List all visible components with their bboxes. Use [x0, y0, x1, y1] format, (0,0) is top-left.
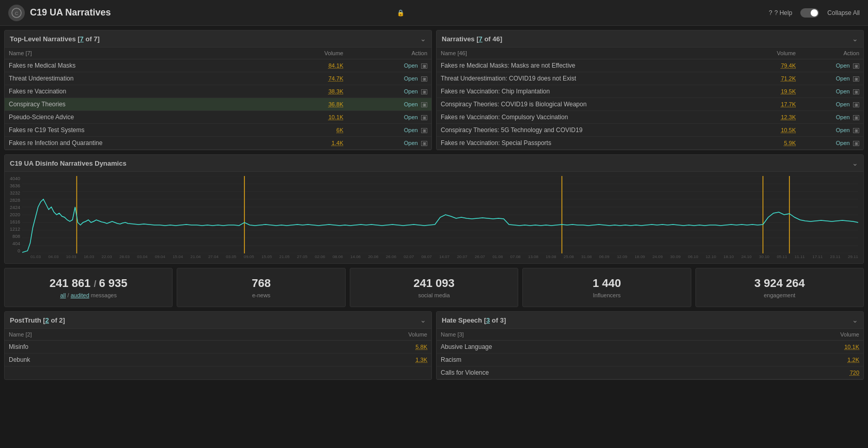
chart-chevron[interactable]: ⌄: [852, 159, 858, 167]
open-button[interactable]: Open: [404, 88, 418, 94]
open-button[interactable]: Open: [404, 140, 418, 146]
row-volume: 1.4K: [275, 137, 348, 150]
row-name: Fakes re Vaccination: Compulsory Vaccina…: [437, 111, 746, 124]
hs-col-name: Name [3]: [437, 329, 730, 341]
posttruth-chevron[interactable]: ⌄: [420, 316, 426, 324]
open-icon[interactable]: ⊞: [853, 89, 859, 94]
row-action: Open ⊞: [800, 85, 863, 98]
stat-engagement-label: engagement: [704, 292, 855, 298]
y-axis-label: 4040: [10, 176, 20, 181]
chart-header: C19 UA Disinfo Narratives Dynamics ⌄: [5, 155, 863, 172]
open-icon[interactable]: ⊞: [421, 115, 427, 120]
open-button[interactable]: Open: [404, 75, 418, 82]
all-link[interactable]: all: [60, 292, 66, 298]
open-button[interactable]: Open: [404, 114, 418, 120]
table-row[interactable]: Fakes re Medical Masks: Masks are not Ef…: [437, 59, 863, 72]
open-button[interactable]: Open: [404, 127, 418, 133]
open-icon[interactable]: ⊞: [853, 63, 859, 69]
table-row[interactable]: Racism 1.2K: [437, 354, 863, 366]
row-name: Calls for Violence: [437, 366, 730, 379]
narratives-table: Name [46] Volume Action Fakes re Medical…: [437, 47, 863, 150]
row-volume: 84.1K: [275, 59, 348, 72]
table-row[interactable]: Conspiracy Theories 36.8K Open ⊞: [5, 98, 431, 111]
narr-col-action-header: Action: [800, 47, 863, 59]
table-row[interactable]: Fakes re Vaccination 38.3K Open ⊞: [5, 85, 431, 98]
table-row[interactable]: Fakes re Vaccination: Special Passports …: [437, 137, 863, 150]
row-volume: 1.3K: [233, 354, 431, 366]
table-row[interactable]: Threat Underestimation 74.7K Open ⊞: [5, 72, 431, 85]
open-button[interactable]: Open: [836, 75, 850, 82]
row-name: Fakes re Infection and Quarantine: [5, 137, 275, 150]
audited-link[interactable]: audited: [71, 292, 89, 298]
table-row[interactable]: Fakes re Vaccination: Chip Implantation …: [437, 85, 863, 98]
stat-enews-value: 768: [185, 277, 336, 290]
stat-influencers: 1 440 Influencers: [522, 268, 691, 307]
hatespeech-chevron[interactable]: ⌄: [852, 316, 858, 324]
row-volume: 720: [730, 366, 863, 379]
table-row[interactable]: Conspiracy Theories: COVID19 is Biologic…: [437, 98, 863, 111]
table-row[interactable]: Misinfo 5.8K: [5, 341, 431, 354]
top-narratives-header: Top-Level Narratives [7 of 7] ⌄: [5, 30, 431, 47]
header-controls: ? ? Help Collapse All: [769, 8, 860, 18]
open-icon[interactable]: ⊞: [853, 115, 859, 120]
table-row[interactable]: Threat Underestimation: COVID19 does not…: [437, 72, 863, 85]
stat-messages-main: 241 861: [50, 277, 91, 290]
col-volume-header: Volume: [275, 47, 348, 59]
open-icon[interactable]: ⊞: [421, 63, 427, 69]
row-name: Fakes re Medical Masks: Masks are not Ef…: [437, 59, 746, 72]
open-button[interactable]: Open: [836, 101, 850, 107]
y-axis-label: 404: [10, 241, 20, 246]
theme-toggle[interactable]: [800, 8, 819, 18]
open-button[interactable]: Open: [836, 62, 850, 69]
row-name: Conspiracy Theories: 5G Technology and C…: [437, 124, 746, 137]
y-axis-label: 0: [10, 248, 20, 253]
collapse-all-button[interactable]: Collapse All: [827, 9, 860, 17]
x-axis-labels: 01.0304.0310.0316.0322.0328.0303.0409.04…: [10, 254, 858, 259]
open-button[interactable]: Open: [836, 127, 850, 133]
help-button[interactable]: ? ? Help: [769, 9, 792, 17]
open-icon[interactable]: ⊞: [421, 141, 427, 146]
svg-text:C: C: [15, 11, 19, 16]
open-icon[interactable]: ⊞: [853, 102, 859, 107]
y-axis-label: 2020: [10, 212, 20, 217]
narratives-chevron[interactable]: ⌄: [852, 35, 858, 43]
table-row[interactable]: Conspiracy Theories: 5G Technology and C…: [437, 124, 863, 137]
open-icon[interactable]: ⊞: [421, 76, 427, 82]
open-icon[interactable]: ⊞: [421, 89, 427, 94]
hatespeech-panel: Hate Speech [3 of 3] ⌄ Name [3] Volume A…: [436, 311, 864, 380]
row-name: Abusive Language: [437, 341, 730, 354]
row-action: Open ⊞: [800, 137, 863, 150]
table-row[interactable]: Fakes re Infection and Quarantine 1.4K O…: [5, 137, 431, 150]
row-name: Fakes re Vaccination: Special Passports: [437, 137, 746, 150]
table-row[interactable]: Pseudo-Science Advice 10.1K Open ⊞: [5, 111, 431, 124]
table-row[interactable]: Abusive Language 10.1K: [437, 341, 863, 354]
app-title: C19 UA Narratives: [30, 7, 394, 18]
y-axis-label: 2424: [10, 205, 20, 210]
stat-enews: 768 e-news: [177, 268, 345, 307]
top-narratives-table: Name [7] Volume Action Fakes re Medical …: [5, 47, 431, 150]
row-volume: 10.1K: [275, 111, 348, 124]
stat-enews-label: e-news: [185, 292, 336, 298]
open-icon[interactable]: ⊞: [421, 128, 427, 133]
table-row[interactable]: Fakes re Medical Masks 84.1K Open ⊞: [5, 59, 431, 72]
row-name: Conspiracy Theories: COVID19 is Biologic…: [437, 98, 746, 111]
row-action: Open ⊞: [347, 124, 431, 137]
y-axis-label: 2828: [10, 198, 20, 203]
open-button[interactable]: Open: [404, 101, 418, 107]
table-row[interactable]: Fakes re Vaccination: Compulsory Vaccina…: [437, 111, 863, 124]
open-icon[interactable]: ⊞: [853, 128, 859, 133]
open-icon[interactable]: ⊞: [853, 76, 859, 82]
open-icon[interactable]: ⊞: [853, 141, 859, 146]
table-row[interactable]: Fakes re C19 Test Systems 6K Open ⊞: [5, 124, 431, 137]
open-button[interactable]: Open: [404, 62, 418, 69]
open-button[interactable]: Open: [836, 114, 850, 120]
table-row[interactable]: Debunk 1.3K: [5, 354, 431, 366]
row-volume: 19.5K: [746, 85, 800, 98]
open-button[interactable]: Open: [836, 88, 850, 94]
help-label: ? Help: [774, 9, 793, 17]
top-narratives-chevron[interactable]: ⌄: [420, 35, 426, 43]
stat-influencers-value: 1 440: [531, 277, 682, 290]
open-button[interactable]: Open: [836, 140, 850, 146]
open-icon[interactable]: ⊞: [421, 102, 427, 107]
table-row[interactable]: Calls for Violence 720: [437, 366, 863, 379]
